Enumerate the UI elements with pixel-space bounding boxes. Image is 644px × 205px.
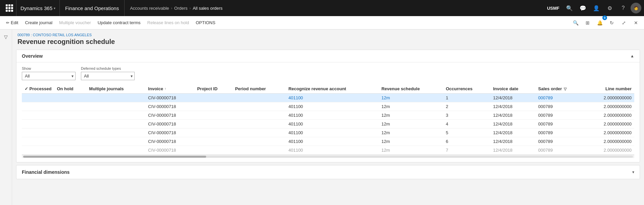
overview-collapse-icon: ▲ xyxy=(630,54,634,58)
table-cell: 401100 xyxy=(286,137,379,146)
financial-dimensions-header[interactable]: Financial dimensions ▾ xyxy=(16,165,640,179)
table-cell: CIV-00000718 xyxy=(145,94,194,102)
filters-row: Show All Deferred schedule types All xyxy=(22,66,634,80)
show-select[interactable]: All xyxy=(22,72,76,80)
table-cell: 1 xyxy=(443,94,491,102)
th-invoice-date: Invoice date xyxy=(490,84,535,94)
help-button[interactable]: ? xyxy=(617,2,629,14)
table-cell: 12/4/2018 xyxy=(490,137,535,146)
table-cell: 12/4/2018 xyxy=(490,129,535,137)
waffle-icon xyxy=(6,4,13,12)
table-cell xyxy=(54,111,86,120)
update-contract-button[interactable]: Update contract terms xyxy=(94,16,144,30)
user-button[interactable]: 👤 xyxy=(590,2,602,14)
th-onhold: On hold xyxy=(54,84,86,94)
top-navigation: Dynamics 365 ▾ Finance and Operations Ac… xyxy=(0,0,644,16)
avatar[interactable]: 🧑 xyxy=(631,3,641,13)
table-cell xyxy=(86,111,145,120)
update-contract-label: Update contract terms xyxy=(98,20,141,25)
edit-label: Edit xyxy=(11,20,18,25)
deferred-select[interactable]: All xyxy=(81,72,135,80)
table-cell xyxy=(194,102,232,111)
breadcrumb-sep-1: › xyxy=(171,6,172,10)
table-cell: 12m xyxy=(379,120,443,129)
notification-badge: 0 xyxy=(602,15,607,20)
table-cell: 12m xyxy=(379,146,443,155)
table-cell xyxy=(194,129,232,137)
search-filter-button[interactable]: 🔍 xyxy=(570,17,581,28)
table-cell xyxy=(22,146,54,155)
table-cell: 3 xyxy=(443,111,491,120)
grid-view-button[interactable]: ⊞ xyxy=(582,17,593,28)
multiple-voucher-button[interactable]: Multiple voucher xyxy=(56,16,94,30)
table-cell xyxy=(86,137,145,146)
table-cell: 401100 xyxy=(286,111,379,120)
table-row[interactable]: CIV-0000071840110012m612/4/20180007892.0… xyxy=(22,137,634,146)
main-content: ▽ 000789 : CONTOSO RETAIL LOS ANGELES Re… xyxy=(0,30,644,205)
table-cell: 000789 xyxy=(536,129,585,137)
filter-panel-button[interactable]: ▽ xyxy=(1,32,11,42)
table-cell: 000789 xyxy=(536,120,585,129)
table-cell: 2.0000000000 xyxy=(585,111,634,120)
notification-button[interactable]: 🔔 0 xyxy=(594,17,605,28)
table-cell xyxy=(22,137,54,146)
table-cell xyxy=(232,146,286,155)
table-row[interactable]: CIV-0000071840110012m112/4/20180007892.0… xyxy=(22,94,634,102)
table-row[interactable]: CIV-0000071840110012m312/4/20180007892.0… xyxy=(22,111,634,120)
table-cell xyxy=(86,146,145,155)
edit-button[interactable]: ✏ Edit xyxy=(3,16,21,30)
company-selector[interactable]: USMF xyxy=(544,6,562,11)
refresh-button[interactable]: ↻ xyxy=(606,17,617,28)
table-cell: 12m xyxy=(379,102,443,111)
breadcrumb-orders[interactable]: Orders xyxy=(174,6,188,11)
table-cell xyxy=(86,129,145,137)
financial-dimensions-title: Financial dimensions xyxy=(22,169,70,175)
release-lines-button[interactable]: Release lines on hold xyxy=(144,16,192,30)
table-row[interactable]: CIV-0000071840110012m712/4/20180007892.0… xyxy=(22,146,634,155)
table-cell[interactable]: 12m xyxy=(379,94,443,102)
options-button[interactable]: OPTIONS xyxy=(192,16,219,30)
settings-button[interactable]: ⚙ xyxy=(604,2,616,14)
app-name[interactable]: Dynamics 365 ▾ xyxy=(16,0,59,16)
breadcrumb-accounts-receivable[interactable]: Accounts receivable xyxy=(130,6,169,11)
table-cell xyxy=(54,102,86,111)
action-bar-right: 🔍 ⊞ 🔔 0 ↻ ⤢ ✕ xyxy=(570,17,641,28)
overview-section-header[interactable]: Overview ▲ xyxy=(16,50,640,62)
table-cell: 6 xyxy=(443,137,491,146)
table-cell[interactable]: 401100 xyxy=(286,94,379,102)
breadcrumb-link[interactable]: 000789 : CONTOSO RETAIL LOS ANGELES xyxy=(17,33,92,37)
invoice-sort-icon: ↑ xyxy=(165,87,166,91)
th-sales-order[interactable]: Sales order ▽ xyxy=(536,84,585,94)
module-name: Finance and Operations xyxy=(59,0,124,16)
horizontal-scrollbar[interactable] xyxy=(22,155,634,158)
search-button[interactable]: 🔍 xyxy=(563,2,576,14)
nav-right-icons: USMF 🔍 💬 👤 ⚙ ? 🧑 xyxy=(544,2,641,14)
financial-dimensions-chevron: ▾ xyxy=(632,170,634,174)
breadcrumb-all-sales-orders: All sales orders xyxy=(193,6,223,11)
scroll-thumb[interactable] xyxy=(23,156,206,158)
expand-button[interactable]: ⤢ xyxy=(618,17,629,28)
message-button[interactable]: 💬 xyxy=(577,2,589,14)
table-cell xyxy=(54,94,86,102)
app-name-label: Dynamics 365 xyxy=(20,5,52,11)
th-invoice[interactable]: Invoice ↑ xyxy=(145,84,194,94)
create-journal-button[interactable]: Create journal xyxy=(21,16,56,30)
table-cell[interactable]: 000789 xyxy=(536,94,585,102)
table-header: ✓ Processed On hold Multiple journals In… xyxy=(22,84,634,94)
table-cell: 2.0000000000 xyxy=(585,146,634,155)
apps-button[interactable] xyxy=(3,0,16,16)
table-cell xyxy=(22,129,54,137)
table-cell: 000789 xyxy=(536,102,585,111)
table-cell: 401100 xyxy=(286,146,379,155)
table-cell: 12/4/2018 xyxy=(490,102,535,111)
table-row[interactable]: CIV-0000071840110012m512/4/20180007892.0… xyxy=(22,129,634,137)
table-cell xyxy=(194,146,232,155)
table-cell xyxy=(232,94,286,102)
table-cell xyxy=(22,102,54,111)
deferred-filter-group: Deferred schedule types All xyxy=(81,66,135,80)
close-button[interactable]: ✕ xyxy=(631,17,641,28)
table-row[interactable]: CIV-0000071840110012m212/4/20180007892.0… xyxy=(22,102,634,111)
table-cell: 000789 xyxy=(536,146,585,155)
table-row[interactable]: CIV-0000071840110012m412/4/20180007892.0… xyxy=(22,120,634,129)
module-name-label: Finance and Operations xyxy=(65,5,119,11)
